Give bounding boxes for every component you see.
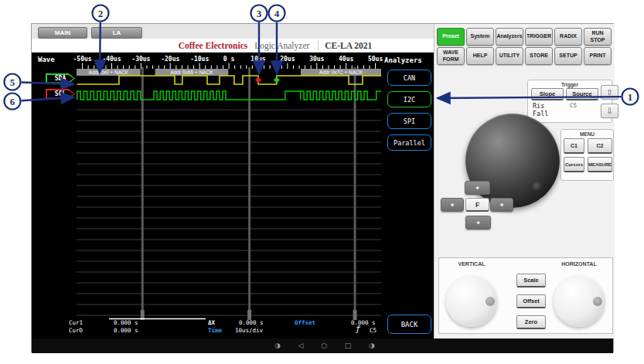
dpad-f-button[interactable]: F (465, 198, 489, 212)
offset-label: Offset (295, 319, 315, 326)
wave-form-button[interactable]: WAVE FORM (437, 47, 465, 65)
annotation-text-1: Addr 0x0 + NACK (89, 70, 129, 75)
slope-button[interactable]: Slope (531, 88, 564, 100)
menu-cursors-button[interactable]: Cursors (564, 157, 584, 172)
cur2-value: 0.000 s (114, 327, 138, 334)
setup-button[interactable]: SETUP (554, 47, 582, 65)
dpad-right-icon: ✦ (499, 202, 505, 209)
dpad-up-icon: ✦ (475, 185, 480, 192)
analyzer-parallel-button[interactable]: Parallel (387, 134, 431, 151)
axes-panel: VERTICAL HORIZONTAL ScaleOffsetZero (438, 257, 613, 334)
analyzers-button[interactable]: Analyzers (496, 28, 523, 46)
utility-button[interactable]: UTILITY (496, 47, 523, 65)
dpad-left-icon: ✦ (450, 202, 455, 209)
arrow-down-icon: ⇩ (606, 107, 612, 115)
back-icon[interactable]: ◁ (298, 338, 304, 353)
home-icon[interactable]: ○ (321, 338, 327, 353)
delta-x-label: ΔX (208, 319, 215, 326)
slope-value: Ris Fall (533, 102, 548, 117)
cur1-label: Cur1 (69, 319, 83, 326)
dpad-left-button[interactable]: ✦ (441, 198, 464, 212)
offset-button[interactable]: Offset (516, 294, 546, 308)
ruler-tick-10us: -10us (190, 56, 209, 63)
trigger-button[interactable]: TRIGGER (525, 28, 553, 46)
trigger-panel: Trigger Slope Source ⇧ ⇩ Ris Fall C5 (527, 80, 612, 123)
screenshot-stage: MAIN LA Coffee Electronics Logic Analyze… (0, 0, 644, 364)
ruler-tick-20us: 20us (280, 56, 295, 63)
vertical-label: VERTICAL (439, 261, 504, 267)
callout-number-1: 1 (628, 91, 633, 103)
radix-button[interactable]: RADIX (554, 28, 582, 46)
zero-button[interactable]: Zero (516, 315, 546, 329)
store-button[interactable]: STORE (525, 47, 553, 65)
trigger-source-value: C5 (370, 327, 377, 334)
device-frame: MAIN LA Coffee Electronics Logic Analyze… (31, 23, 614, 352)
trigger-up-button[interactable]: ⇧ (601, 85, 618, 100)
source-value: C5 (570, 102, 577, 109)
run-stop-button[interactable]: RUN STOP (584, 28, 612, 46)
vertical-knob-dot (486, 297, 495, 306)
trigger-edge-icon: ƒ (356, 325, 360, 332)
ruler-tick-0-s: 0 s (223, 56, 235, 63)
tab-la[interactable]: LA (91, 27, 142, 39)
time-label: Time (208, 327, 222, 334)
recents-icon[interactable]: □ (345, 338, 352, 353)
delta-x-value: 0.000 s (239, 319, 264, 326)
system-button[interactable]: System (466, 28, 494, 46)
tray-left-icon[interactable]: ◑ (274, 338, 281, 353)
dpad-down-button[interactable]: ✦ (465, 216, 491, 230)
horizontal-knob[interactable] (554, 276, 605, 327)
horizontal-label: HORIZONTAL (547, 261, 612, 267)
menu-measure-button[interactable]: MEASURE (588, 157, 612, 172)
callout-number-5: 5 (10, 77, 15, 88)
offset-value: 0.000 s (351, 319, 376, 326)
analyzer-button-list: CANI2CSPIParallel (387, 70, 434, 156)
trigger-down-button[interactable]: ⇩ (601, 104, 618, 118)
menu-c1-button[interactable]: C1 (564, 138, 584, 154)
annotation-text-3: Addr 0x7C + NACK (319, 70, 363, 75)
app-name-text: Logic Analyzer (254, 41, 309, 50)
scl-trace (77, 91, 381, 100)
help-button[interactable]: HELP (466, 47, 494, 65)
ruler-tick-30us: -30us (131, 56, 150, 63)
menu-panel-title: MENU (561, 131, 613, 137)
brand-text: Coffee Electronics (179, 41, 248, 50)
ruler-tick-40us: 40us (339, 56, 353, 63)
tab-strip: MAIN LA (32, 24, 434, 39)
analyzer-spi-button[interactable]: SPI (387, 113, 431, 129)
annotation-text-2: Addr 0x66 + NACK (170, 70, 213, 75)
tray-right-icon[interactable]: ◑ (369, 338, 375, 353)
menu-c2-button[interactable]: C2 (588, 138, 612, 154)
dpad-right-button[interactable]: ✦ (490, 198, 513, 212)
trigger-panel-title: Trigger (528, 82, 612, 87)
ruler-tick-40us: -40us (102, 56, 121, 63)
source-button[interactable]: Source (566, 88, 598, 100)
callout-number-4: 4 (274, 8, 280, 19)
menu-panel: MENU C1C2CursorsMEASURE (561, 129, 614, 181)
sda-trace (77, 76, 381, 84)
waveform-display[interactable]: Wave-50us-40us-30us-20us-10us0 s10us20us… (32, 53, 434, 323)
scale-button[interactable]: Scale (516, 274, 546, 287)
waveform-panel: Wave-50us-40us-30us-20us-10us0 s10us20us… (32, 53, 434, 338)
sda-signal-tag[interactable]: SDA (46, 73, 75, 83)
analyzer-can-button[interactable]: CAN (387, 70, 431, 86)
back-button[interactable]: BACK (387, 315, 431, 334)
scl-signal-tag[interactable]: SCL (46, 89, 75, 99)
print-button[interactable]: PRINT (584, 47, 612, 65)
trigger-marker-red (255, 77, 261, 83)
analyzers-column-label: Analyzers (384, 56, 422, 64)
arrow-up-icon: ⇧ (606, 88, 612, 97)
vertical-knob[interactable] (446, 276, 497, 327)
ruler-tick-20us: -20us (161, 56, 179, 63)
android-navbar: ◑◁○□◑ (32, 338, 613, 353)
dpad-up-button[interactable]: ✦ (465, 181, 490, 195)
tab-main[interactable]: MAIN (38, 27, 87, 39)
preset-button[interactable]: Preset (437, 28, 465, 46)
title-bar: Coffee Electronics Logic Analyzer CE-LA … (32, 39, 434, 53)
ruler-tick-10us: 10us (250, 56, 265, 63)
analyzer-i2c-button[interactable]: I2C (387, 91, 431, 107)
model-text: CE-LA 2021 (318, 41, 372, 50)
callout-number-2: 2 (98, 8, 104, 19)
callout-number-3: 3 (257, 8, 262, 19)
knob-indicator-dot (532, 182, 543, 192)
